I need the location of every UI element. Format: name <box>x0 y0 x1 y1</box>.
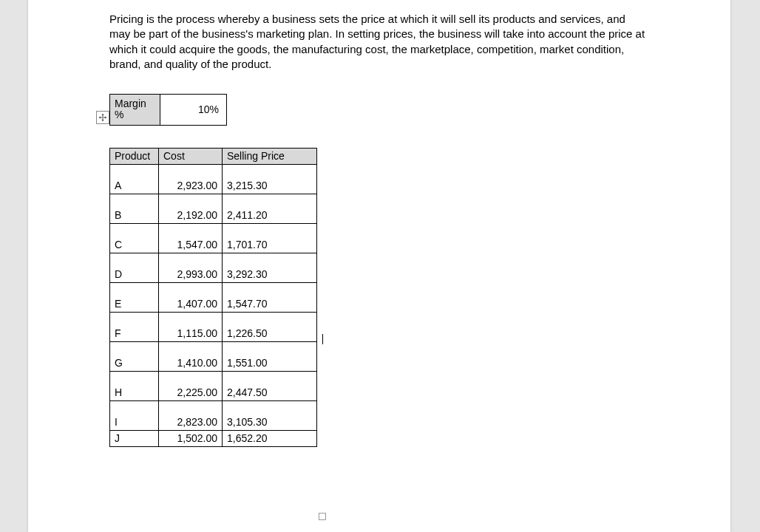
table-header-row: Product Cost Selling Price <box>110 148 317 164</box>
cell-product[interactable]: E <box>110 282 159 312</box>
cell-product[interactable]: I <box>110 400 159 430</box>
margin-value-cell[interactable]: 10% <box>160 95 227 126</box>
cell-price[interactable]: 1,547.70 <box>223 282 317 312</box>
table-row: B2,192.002,411.20 <box>110 194 317 223</box>
cell-price[interactable]: 2,411.20 <box>223 194 317 223</box>
cell-product[interactable]: D <box>110 253 159 282</box>
table-row: F1,115.001,226.50 <box>110 312 317 341</box>
cell-cost[interactable]: 2,993.00 <box>159 253 223 282</box>
cell-price[interactable]: 1,551.00 <box>223 341 317 371</box>
cell-cost[interactable]: 2,823.00 <box>159 400 223 430</box>
cell-product[interactable]: F <box>110 312 159 341</box>
cell-product[interactable]: B <box>110 194 159 223</box>
cell-cost[interactable]: 1,547.00 <box>159 223 223 253</box>
cell-cost[interactable]: 1,407.00 <box>159 282 223 312</box>
margin-table[interactable]: Margin % 10% <box>109 94 227 126</box>
header-price[interactable]: Selling Price <box>223 148 317 164</box>
document-page: Pricing is the process whereby a busines… <box>28 0 730 532</box>
intro-paragraph: Pricing is the process whereby a busines… <box>109 12 649 72</box>
table-row: A2,923.003,215.30 <box>110 164 317 194</box>
table-resize-handle-icon[interactable] <box>319 513 326 520</box>
cell-price[interactable]: 1,226.50 <box>223 312 317 341</box>
table-row: E1,407.001,547.70 <box>110 282 317 312</box>
header-cost[interactable]: Cost <box>159 148 223 164</box>
cell-product[interactable]: J <box>110 430 159 446</box>
cell-product[interactable]: C <box>110 223 159 253</box>
cell-cost[interactable]: 1,502.00 <box>159 430 223 446</box>
cell-price[interactable]: 3,215.30 <box>223 164 317 194</box>
header-product[interactable]: Product <box>110 148 159 164</box>
table-row: I2,823.003,105.30 <box>110 400 317 430</box>
cell-price[interactable]: 3,292.30 <box>223 253 317 282</box>
cell-cost[interactable]: 2,225.00 <box>159 371 223 400</box>
cell-price[interactable]: 3,105.30 <box>223 400 317 430</box>
cell-product[interactable]: H <box>110 371 159 400</box>
cell-cost[interactable]: 1,115.00 <box>159 312 223 341</box>
cell-product[interactable]: G <box>110 341 159 371</box>
table-row: J1,502.001,652.20 <box>110 430 317 446</box>
table-move-handle-icon[interactable] <box>96 111 109 124</box>
table-row: G1,410.001,551.00 <box>110 341 317 371</box>
cell-price[interactable]: 1,652.20 <box>223 430 317 446</box>
pricing-table[interactable]: Product Cost Selling Price A2,923.003,21… <box>109 148 317 447</box>
cell-cost[interactable]: 1,410.00 <box>159 341 223 371</box>
cell-price[interactable]: 1,701.70 <box>223 223 317 253</box>
cell-product[interactable]: A <box>110 164 159 194</box>
table-row: D2,993.003,292.30 <box>110 253 317 282</box>
cell-cost[interactable]: 2,192.00 <box>159 194 223 223</box>
table-row: C1,547.001,701.70 <box>110 223 317 253</box>
text-cursor <box>322 334 323 344</box>
table-row: H2,225.002,447.50 <box>110 371 317 400</box>
cell-cost[interactable]: 2,923.00 <box>159 164 223 194</box>
cell-price[interactable]: 2,447.50 <box>223 371 317 400</box>
margin-label-cell[interactable]: Margin % <box>110 95 160 126</box>
